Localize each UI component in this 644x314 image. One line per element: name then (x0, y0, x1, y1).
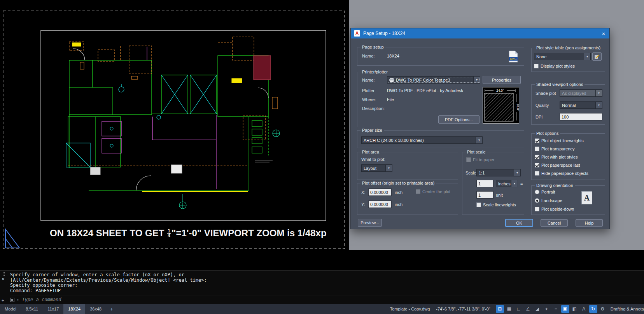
floorplan-drawing[interactable] (0, 0, 349, 256)
shade-plot-dropdown[interactable]: As displayed (560, 89, 602, 97)
snap-icon[interactable]: ⊞ (496, 305, 504, 313)
transparency-icon[interactable]: ▣ (561, 305, 569, 313)
plot-upside-down-checkbox[interactable]: Plot upside-down (535, 207, 574, 211)
ortho-icon[interactable]: ∟ (514, 305, 523, 313)
recent-commands-icon[interactable] (17, 298, 19, 302)
printer-name-value: DWG To PDF Color Test.pc3 (396, 78, 450, 82)
hide-paperspace-objects-checkbox[interactable]: Hide paperspace objects (535, 171, 588, 176)
dpi-input[interactable] (560, 113, 602, 120)
plot-object-lineweights-checkbox[interactable]: Plot object lineweights (535, 138, 584, 143)
page-setup-name-label: Name: (362, 54, 374, 58)
command-history-line: [All/Center/Dynamic/Extents/Previous/Sca… (10, 278, 641, 283)
chevron-down-icon[interactable] (473, 77, 480, 83)
chevron-down-icon[interactable] (385, 165, 392, 171)
chevron-down-icon[interactable] (584, 53, 590, 60)
close-icon[interactable]: × (598, 28, 609, 38)
group-label: Printer/plotter (360, 70, 389, 75)
group-label: Plot scale (466, 150, 487, 155)
group-label: Shaded viewport options (535, 82, 584, 87)
tab-model[interactable]: Model (0, 304, 21, 314)
group-shaded-viewport: Shaded viewport options Shade plot As di… (531, 84, 605, 125)
properties-button[interactable]: Properties (483, 76, 521, 84)
grid-icon[interactable]: ▦ (505, 305, 513, 313)
scale-length-input[interactable] (476, 180, 494, 187)
edit-plot-style-button[interactable] (592, 52, 602, 61)
scale-unit-dropdown[interactable]: inches (496, 180, 518, 187)
lineweight-icon[interactable]: ≡ (552, 305, 560, 313)
group-label: Plot style table (pen assignments) (535, 45, 602, 51)
chevron-down-icon[interactable] (595, 102, 602, 108)
command-close-icon[interactable]: × (2, 277, 4, 281)
gear-icon[interactable]: ⚙ (598, 305, 607, 313)
y-offset-input[interactable] (368, 201, 392, 208)
annotation-scale-icon[interactable]: A (580, 305, 588, 313)
portrait-radio[interactable]: Portrait (535, 190, 555, 194)
tab-36x48[interactable]: 36x48 (85, 304, 106, 314)
dwg-file-icon: DWG (508, 51, 518, 63)
chevron-down-icon[interactable] (476, 137, 482, 143)
command-history[interactable]: Specify corner of window, enter a scale … (6, 271, 644, 304)
selection-cycling-icon[interactable]: ◧ (570, 305, 579, 313)
radio-label: Landscape (541, 198, 562, 203)
osnap-icon[interactable]: ⌖ (542, 305, 551, 313)
chevron-down-icon[interactable] (514, 169, 520, 176)
command-input[interactable]: Type a command (10, 295, 641, 303)
fit-to-paper-checkbox[interactable]: Fit to paper (466, 157, 495, 162)
polar-tracking-icon[interactable]: ∠ (524, 305, 532, 313)
shade-plot-label: Shade plot (536, 91, 556, 96)
scale-dropdown[interactable]: 1:1 (476, 169, 521, 176)
checkbox-box (535, 155, 539, 159)
quality-dropdown[interactable]: Normal (560, 101, 602, 109)
plot-style-dropdown[interactable]: None (534, 53, 591, 60)
tab-11x17[interactable]: 11x17 (43, 304, 63, 314)
tab-18x24[interactable]: 18X24 (63, 304, 85, 314)
preview-button[interactable]: Preview... (358, 219, 382, 227)
scale-unit-value: inches (498, 181, 511, 186)
layout-tabs: Model 8.5x11 11x17 18X24 36x48 + (0, 304, 117, 314)
landscape-radio[interactable]: Landscape (535, 198, 562, 203)
group-plot-style-table: Plot style table (pen assignments) None (531, 48, 605, 72)
autoscale-icon[interactable]: ↻ (589, 305, 597, 313)
paper-size-dropdown[interactable]: ARCH C (24.00 x 18.00 Inches) (361, 136, 483, 144)
checkbox-box (535, 138, 539, 143)
scale-units-input[interactable] (476, 191, 494, 199)
ok-button[interactable]: OK (506, 219, 533, 227)
autocad-logo-icon: A (354, 30, 360, 37)
dialog-title-bar[interactable]: A Page Setup - 18X24 × (351, 28, 609, 38)
what-to-plot-dropdown[interactable]: Layout (361, 164, 392, 172)
plot-transparency-checkbox[interactable]: Plot transparency (535, 147, 575, 151)
layout-viewport: ON 18X24 SHEET TO GET 1 4 "=1'-0" VIEWPO… (0, 0, 644, 270)
plot-paperspace-last-checkbox[interactable]: Plot paperspace last (535, 163, 580, 167)
center-the-plot-checkbox[interactable]: Center the plot (416, 189, 450, 194)
command-line-panel: × + Specify corner of window, enter a sc… (0, 270, 644, 304)
group-plot-scale: Plot scale Fit to paper Scale: 1:1 inche… (462, 152, 524, 215)
x-offset-input[interactable] (368, 188, 392, 196)
add-layout-button[interactable]: + (106, 304, 117, 314)
crosshair-icon: + (2, 298, 4, 303)
checkbox-box (535, 207, 539, 211)
ucs-icon (5, 229, 19, 248)
display-plot-styles-checkbox[interactable]: Display plot styles (534, 64, 575, 68)
paper-size-value: ARCH C (24.00 x 18.00 Inches) (364, 138, 424, 143)
scale-lineweights-checkbox[interactable]: Scale lineweights (476, 202, 516, 207)
checkbox-box (476, 202, 481, 207)
command-panel-strip: × + (0, 271, 6, 304)
page-setup-dialog: A Page Setup - 18X24 × Page setup Name: … (350, 28, 610, 229)
help-button[interactable]: Help (576, 219, 603, 227)
tab-8-5x11[interactable]: 8.5x11 (21, 304, 43, 314)
printer-name-dropdown[interactable]: DWG To PDF Color Test.pc3 (387, 76, 480, 84)
workspace-label[interactable]: Drafting & Annota (611, 304, 644, 314)
command-customize-icon[interactable] (10, 298, 14, 302)
drag-grip-icon[interactable] (3, 272, 4, 273)
group-label: Plot offset (origin set to printable are… (360, 181, 436, 186)
command-input-placeholder: Type a command (22, 297, 61, 302)
cancel-button[interactable]: Cancel (541, 219, 568, 227)
quality-label: Quality (536, 103, 549, 108)
pdf-options-button[interactable]: PDF Options... (438, 115, 480, 124)
chevron-down-icon[interactable] (511, 180, 518, 187)
plot-with-plot-styles-checkbox[interactable]: Plot with plot styles (535, 155, 578, 159)
group-label: Drawing orientation (535, 183, 575, 188)
isodraft-icon[interactable]: ◢ (533, 305, 541, 313)
printer-name-label: Name: (362, 78, 374, 82)
checkbox-box (466, 157, 471, 162)
